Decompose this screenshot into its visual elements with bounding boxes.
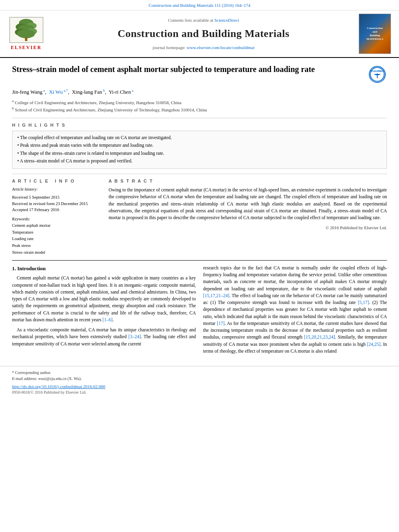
cover-text: ConstructionandBuildingMATERIALS bbox=[366, 27, 383, 41]
article-info-heading: A R T I C L E I N F O bbox=[12, 178, 101, 184]
crossmark-badge[interactable]: CrossMark bbox=[369, 66, 387, 84]
body-para-3: research topics due to the fact that CA … bbox=[203, 265, 387, 355]
received-date: Received 5 September 2015 bbox=[12, 194, 101, 201]
body-col-left: 1. Introduction Cement asphalt mortar (C… bbox=[12, 265, 196, 358]
article-body: 1. Introduction Cement asphalt mortar (C… bbox=[12, 265, 387, 358]
affiliation-2: b School of Civil Engineering and Archit… bbox=[12, 106, 387, 113]
section1-title: 1. Introduction bbox=[12, 265, 196, 273]
author-3: Xing-lang Fan bbox=[72, 89, 102, 95]
info-abstract-section: A R T I C L E I N F O Article history: R… bbox=[12, 178, 387, 256]
crossmark-icon: CrossMark bbox=[369, 66, 386, 83]
copyright: © 2016 Published by Elsevier Ltd. bbox=[109, 224, 387, 231]
journal-title-area: Contents lists available at ScienceDirec… bbox=[52, 14, 355, 54]
abstract-heading: A B S T R A C T bbox=[109, 178, 387, 184]
highlights-heading: H I G H L I G H T S bbox=[12, 122, 387, 128]
elsevier-tree-icon bbox=[9, 17, 43, 43]
body-col-right: research topics due to the fact that CA … bbox=[203, 265, 387, 358]
ref-15-24[interactable]: [15,17,21–24] bbox=[203, 293, 229, 298]
journal-citation: Construction and Building Materials 111 … bbox=[149, 3, 251, 8]
highlight-4: A stress–strain model of CA mortar is pr… bbox=[17, 158, 382, 164]
ref-3-24[interactable]: [3–24] bbox=[128, 334, 141, 339]
affiliation-1: a College of Civil Engineering and Archi… bbox=[12, 99, 387, 106]
author-1: Jin-feng Wang bbox=[12, 89, 43, 95]
ref-1-6[interactable]: [1–6] bbox=[103, 317, 113, 322]
keyword-5: Stress–strain model bbox=[12, 249, 101, 256]
author-4: Yi-ri Chen bbox=[109, 89, 131, 95]
keywords-label: Keywords: bbox=[12, 216, 101, 222]
ref-15-24b[interactable]: [15,20,21,23,24] bbox=[304, 335, 335, 339]
journal-bar: Construction and Building Materials 111 … bbox=[0, 0, 399, 10]
abstract-text: Owing to the importance of cement asphal… bbox=[109, 187, 387, 221]
author-2: Xi Wu bbox=[49, 89, 63, 95]
journal-header: ELSEVIER Contents lists available at Sci… bbox=[0, 10, 399, 58]
journal-homepage: journal homepage: www.elsevier.com/locat… bbox=[152, 45, 254, 51]
svg-text:CrossMark: CrossMark bbox=[370, 70, 385, 73]
doi-link[interactable]: http://dx.doi.org/10.1016/j.conbuildmat.… bbox=[12, 384, 387, 390]
body-para-1: Cement asphalt mortar (CA mortar) has ga… bbox=[12, 275, 196, 323]
article-history: Article history: Received 5 September 20… bbox=[12, 187, 101, 213]
history-details: Received 5 September 2015 Received in re… bbox=[12, 194, 101, 213]
svg-rect-8 bbox=[25, 37, 27, 41]
highlight-1: The coupled effect of temperature and lo… bbox=[17, 134, 382, 141]
elsevier-label: ELSEVIER bbox=[11, 44, 42, 51]
body-para-2: As a viscoelastic composite material, CA… bbox=[12, 327, 196, 347]
keyword-2: Temperature bbox=[12, 229, 101, 236]
homepage-link[interactable]: www.elsevier.com/locate/conbuildmat bbox=[187, 45, 255, 50]
history-label: Article history: bbox=[12, 187, 101, 193]
email-label: E-mail address: bbox=[12, 376, 37, 381]
svg-point-7 bbox=[17, 29, 35, 38]
accepted-date: Accepted 17 February 2016 bbox=[12, 207, 101, 213]
separator-1 bbox=[12, 118, 387, 118]
highlight-2: Peak stress and peak strain varies with … bbox=[17, 142, 382, 148]
corresponding-note: * Corresponding author. bbox=[12, 370, 51, 375]
body-separator bbox=[12, 260, 387, 261]
ref-5-17[interactable]: [5,17] bbox=[358, 300, 369, 305]
elsevier-logo-area: ELSEVIER bbox=[4, 14, 48, 54]
keywords-section: Keywords: Cement asphalt mortar Temperat… bbox=[12, 216, 101, 256]
sciencedirect-link[interactable]: ScienceDirect bbox=[214, 18, 239, 23]
highlights-section: H I G H L I G H T S The coupled effect o… bbox=[12, 122, 387, 169]
abstract-section: Owing to the importance of cement asphal… bbox=[109, 187, 387, 231]
sciencedirect-line: Contents lists available at ScienceDirec… bbox=[168, 17, 239, 23]
authors-section: Jin-feng Wang a, Xi Wu a,*, Xing-lang Fa… bbox=[12, 88, 387, 96]
issn-line: 0950-0618/© 2016 Published by Elsevier L… bbox=[12, 390, 387, 395]
highlights-box: The coupled effect of temperature and lo… bbox=[12, 131, 387, 168]
affiliations: a College of Civil Engineering and Archi… bbox=[12, 99, 387, 113]
keyword-3: Loading rate bbox=[12, 236, 101, 242]
article-title-section: Stress–strain model of cement asphalt mo… bbox=[12, 64, 387, 84]
article-title: Stress–strain model of cement asphalt mo… bbox=[12, 64, 365, 74]
revised-date: Received in revised form 23 December 201… bbox=[12, 201, 101, 207]
journal-cover-image: ConstructionandBuildingMATERIALS bbox=[359, 14, 391, 54]
article-info-col: A R T I C L E I N F O Article history: R… bbox=[12, 178, 101, 256]
footnote-corresponding: * Corresponding author. bbox=[12, 370, 387, 376]
footnote-email: E-mail address: wuxi@zju.edu.cn (X. Wu). bbox=[12, 376, 387, 382]
email-address: wuxi@zju.edu.cn (X. Wu). bbox=[38, 376, 82, 381]
highlight-3: The shape of the stress–strain curve is … bbox=[17, 150, 382, 156]
elsevier-logo: ELSEVIER bbox=[4, 17, 48, 51]
keyword-1: Cement asphalt mortar bbox=[12, 222, 101, 229]
article-content: Stress–strain model of cement asphalt mo… bbox=[0, 58, 399, 362]
abstract-col: A B S T R A C T Owing to the importance … bbox=[109, 178, 387, 256]
ref-24-25[interactable]: [24,25] bbox=[367, 342, 380, 347]
keyword-4: Peak stress bbox=[12, 242, 101, 249]
ref-17[interactable]: [17] bbox=[217, 321, 224, 326]
footer: * Corresponding author. E-mail address: … bbox=[0, 366, 399, 397]
journal-cover-area: ConstructionandBuildingMATERIALS bbox=[359, 14, 395, 54]
journal-title: Construction and Building Materials bbox=[117, 27, 289, 41]
separator-2 bbox=[12, 174, 387, 174]
keywords-list: Cement asphalt mortar Temperature Loadin… bbox=[12, 222, 101, 256]
